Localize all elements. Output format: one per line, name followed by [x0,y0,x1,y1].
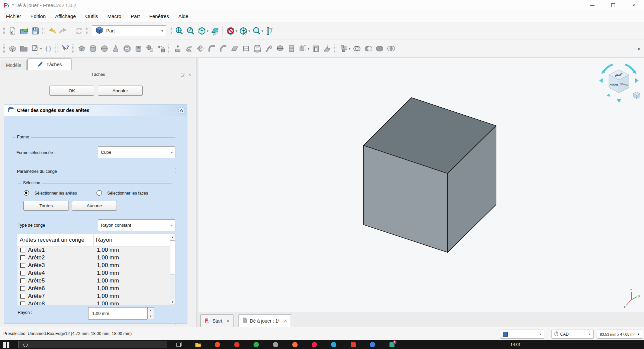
menu-aide[interactable]: Aide [174,12,193,21]
taskbar-search-box[interactable] [18,341,167,348]
section-button[interactable] [274,42,286,54]
fillet-type-combobox[interactable]: Rayon constant ▾ [98,219,175,231]
taskbar-app-app-green-icon[interactable] [253,342,259,348]
edge-checkbox[interactable] [20,263,25,268]
boolean-button[interactable] [351,42,362,54]
taskbar-app-firefox-icon[interactable] [292,342,298,348]
task-view-icon[interactable] [176,342,182,348]
chevron-down-icon[interactable]: ▾ [235,29,237,33]
union-button[interactable] [374,42,385,54]
cube-model[interactable] [198,58,644,312]
save-document-button[interactable] [29,25,41,37]
toolbar-overflow-chevron[interactable]: » [638,45,641,52]
chevron-down-icon[interactable]: ▾ [40,47,42,50]
loft-button[interactable] [252,42,263,54]
shape-builder-button[interactable] [155,42,167,54]
extrude-button[interactable] [172,42,183,54]
measure-button[interactable] [264,25,275,37]
cut-button[interactable] [362,42,374,54]
scrollbar-up-icon[interactable]: ▲ [170,234,175,240]
create-variable-set-button[interactable]: { } [42,42,54,54]
ok-button[interactable]: OK [49,86,94,96]
select-all-edges-button[interactable]: Toutes [23,201,69,211]
menu-part[interactable]: Part [126,12,145,21]
maximize-icon[interactable] [603,0,623,10]
collapse-chevrons-icon[interactable] [178,107,185,114]
offset-3d-button[interactable] [297,42,308,54]
taskbar-app-teams-icon[interactable]: 2 [389,342,395,348]
edges-table-header-edges[interactable]: Arêtes recevant un congé [17,234,94,246]
taskbar-app-edge-icon[interactable] [331,342,337,348]
tab-close-icon[interactable]: ✕ [284,319,287,323]
scrollbar-thumb[interactable] [170,240,175,274]
navcube-body[interactable]: HAUT AVANT DROITE [609,70,629,93]
menu-fenetres[interactable]: Fenêtres [145,12,174,21]
table-row[interactable]: Arête81,00 mm [17,300,170,305]
table-row[interactable]: Arête51,00 mm [17,277,170,285]
compound-button[interactable] [338,42,349,54]
chevron-down-icon[interactable]: ▾ [349,47,350,50]
new-document-button[interactable] [7,25,18,37]
cancel-button[interactable]: Annuler [98,86,143,96]
chevron-down-icon[interactable]: ▾ [262,29,263,33]
refresh-button[interactable] [73,25,85,37]
create-part-button[interactable] [7,42,18,54]
select-no-edges-button[interactable]: Aucune [72,201,117,211]
undo-button[interactable] [46,25,57,37]
navigation-cube[interactable]: HAUT AVANT DROITE [597,61,643,108]
table-row[interactable]: Arête41,00 mm [17,269,170,277]
shape-combobox[interactable]: Cube ▾ [98,146,175,158]
tab-close-icon[interactable]: ✕ [226,319,230,323]
cross-sections-button[interactable] [286,42,297,54]
scrollbar-down-icon[interactable]: ▼ [170,299,175,305]
fillet-button[interactable] [206,42,217,54]
edge-checkbox[interactable] [20,294,25,299]
windows-start-icon[interactable] [3,342,9,348]
ruled-surface-button[interactable] [240,42,252,54]
close-icon[interactable]: ✕ [623,0,644,10]
menu-affichage[interactable]: Affichage [50,12,80,21]
document-tab-active[interactable]: Dé à jouer : 1*✕ [238,314,291,327]
navigation-style-combobox[interactable]: CAD ▾ [551,330,594,339]
edges-table-scrollbar[interactable]: ▲ ▼ [170,234,175,305]
spin-down-icon[interactable]: ▼ [147,313,154,319]
taskbar-app-app-orange-icon[interactable] [214,342,220,348]
clipping-plane-button[interactable] [225,25,236,37]
primitive-torus-button[interactable] [121,42,133,54]
create-group-button[interactable] [18,42,29,54]
projection-on-surface-button[interactable] [321,42,333,54]
taskbar-app-app-red-square-icon[interactable] [350,342,356,348]
sweep-button[interactable] [263,42,274,54]
primitive-cone-button[interactable] [110,42,121,54]
edge-checkbox[interactable] [20,255,25,260]
menu-fichier[interactable]: Fichier [1,12,26,21]
primitive-sphere-button[interactable] [99,42,110,54]
table-row[interactable]: Arête11,00 mm [17,246,170,254]
table-row[interactable]: Arête31,00 mm [17,262,170,269]
make-link-button[interactable] [29,42,41,54]
create-datum-plane-button[interactable] [209,25,220,37]
table-row[interactable]: Arête71,00 mm [17,293,170,300]
edge-checkbox[interactable] [20,302,25,305]
minimize-icon[interactable]: — [582,0,603,10]
primitives-dialog-button[interactable] [144,42,155,54]
common-button[interactable] [385,42,396,54]
radius-input[interactable]: 1,00 mm [88,307,147,320]
table-row[interactable]: Arête61,00 mm [17,285,170,293]
redo-button[interactable] [57,25,69,37]
edge-checkbox[interactable] [20,248,25,252]
taskbar-app-opera-icon[interactable] [311,342,317,348]
edge-checkbox[interactable] [20,286,25,291]
view-isometric-button[interactable] [196,25,207,37]
table-row[interactable]: Arête21,00 mm [17,254,170,262]
zoom-tools-button[interactable] [251,25,262,37]
edge-checkbox[interactable] [20,271,25,275]
viewport-dimensions[interactable]: 83,53 mm x 47,08 mm ▼ [597,330,643,339]
view-fit-all-button[interactable] [173,25,185,37]
mirror-button[interactable] [195,42,206,54]
menu-macro[interactable]: Macro [103,12,126,21]
primitive-tube-button[interactable] [133,42,144,54]
workbench-selector[interactable]: Part▾ [92,25,166,36]
make-face-button[interactable] [229,42,240,54]
whats-this-button[interactable]: ? [59,42,70,54]
